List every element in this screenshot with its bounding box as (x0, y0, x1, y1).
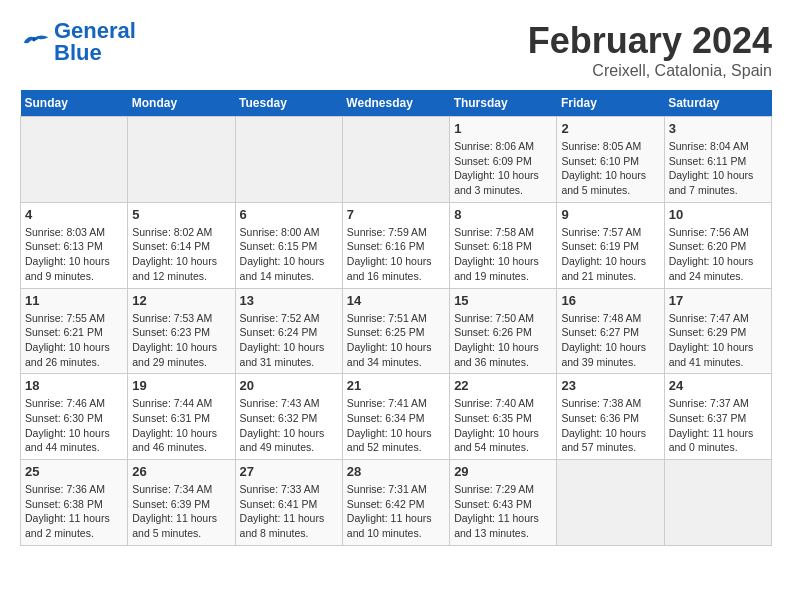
day-info: Sunrise: 8:05 AM Sunset: 6:10 PM Dayligh… (561, 139, 659, 198)
table-row: 20Sunrise: 7:43 AM Sunset: 6:32 PM Dayli… (235, 374, 342, 460)
col-friday: Friday (557, 90, 664, 117)
table-row: 6Sunrise: 8:00 AM Sunset: 6:15 PM Daylig… (235, 202, 342, 288)
page-header: General Blue February 2024 Creixell, Cat… (20, 20, 772, 80)
day-number: 26 (132, 464, 230, 479)
day-number: 1 (454, 121, 552, 136)
day-info: Sunrise: 8:04 AM Sunset: 6:11 PM Dayligh… (669, 139, 767, 198)
day-info: Sunrise: 7:57 AM Sunset: 6:19 PM Dayligh… (561, 225, 659, 284)
day-info: Sunrise: 7:52 AM Sunset: 6:24 PM Dayligh… (240, 311, 338, 370)
table-row (128, 117, 235, 203)
table-row: 16Sunrise: 7:48 AM Sunset: 6:27 PM Dayli… (557, 288, 664, 374)
day-info: Sunrise: 7:59 AM Sunset: 6:16 PM Dayligh… (347, 225, 445, 284)
day-number: 15 (454, 293, 552, 308)
calendar-table: Sunday Monday Tuesday Wednesday Thursday… (20, 90, 772, 546)
day-info: Sunrise: 8:00 AM Sunset: 6:15 PM Dayligh… (240, 225, 338, 284)
day-info: Sunrise: 7:53 AM Sunset: 6:23 PM Dayligh… (132, 311, 230, 370)
day-number: 23 (561, 378, 659, 393)
day-number: 6 (240, 207, 338, 222)
day-number: 18 (25, 378, 123, 393)
table-row: 11Sunrise: 7:55 AM Sunset: 6:21 PM Dayli… (21, 288, 128, 374)
day-info: Sunrise: 7:36 AM Sunset: 6:38 PM Dayligh… (25, 482, 123, 541)
table-row: 10Sunrise: 7:56 AM Sunset: 6:20 PM Dayli… (664, 202, 771, 288)
table-row: 21Sunrise: 7:41 AM Sunset: 6:34 PM Dayli… (342, 374, 449, 460)
day-number: 11 (25, 293, 123, 308)
location-title: Creixell, Catalonia, Spain (528, 62, 772, 80)
table-row: 27Sunrise: 7:33 AM Sunset: 6:41 PM Dayli… (235, 460, 342, 546)
table-row: 22Sunrise: 7:40 AM Sunset: 6:35 PM Dayli… (450, 374, 557, 460)
day-number: 16 (561, 293, 659, 308)
table-row: 2Sunrise: 8:05 AM Sunset: 6:10 PM Daylig… (557, 117, 664, 203)
table-row: 13Sunrise: 7:52 AM Sunset: 6:24 PM Dayli… (235, 288, 342, 374)
day-info: Sunrise: 7:41 AM Sunset: 6:34 PM Dayligh… (347, 396, 445, 455)
day-number: 8 (454, 207, 552, 222)
table-row: 28Sunrise: 7:31 AM Sunset: 6:42 PM Dayli… (342, 460, 449, 546)
day-info: Sunrise: 7:55 AM Sunset: 6:21 PM Dayligh… (25, 311, 123, 370)
table-row: 3Sunrise: 8:04 AM Sunset: 6:11 PM Daylig… (664, 117, 771, 203)
day-info: Sunrise: 7:51 AM Sunset: 6:25 PM Dayligh… (347, 311, 445, 370)
table-row (557, 460, 664, 546)
day-number: 10 (669, 207, 767, 222)
calendar-week-row: 18Sunrise: 7:46 AM Sunset: 6:30 PM Dayli… (21, 374, 772, 460)
day-info: Sunrise: 7:31 AM Sunset: 6:42 PM Dayligh… (347, 482, 445, 541)
table-row: 12Sunrise: 7:53 AM Sunset: 6:23 PM Dayli… (128, 288, 235, 374)
calendar-week-row: 4Sunrise: 8:03 AM Sunset: 6:13 PM Daylig… (21, 202, 772, 288)
day-info: Sunrise: 7:50 AM Sunset: 6:26 PM Dayligh… (454, 311, 552, 370)
day-number: 12 (132, 293, 230, 308)
day-info: Sunrise: 8:02 AM Sunset: 6:14 PM Dayligh… (132, 225, 230, 284)
col-monday: Monday (128, 90, 235, 117)
col-saturday: Saturday (664, 90, 771, 117)
calendar-week-row: 1Sunrise: 8:06 AM Sunset: 6:09 PM Daylig… (21, 117, 772, 203)
table-row: 14Sunrise: 7:51 AM Sunset: 6:25 PM Dayli… (342, 288, 449, 374)
table-row: 17Sunrise: 7:47 AM Sunset: 6:29 PM Dayli… (664, 288, 771, 374)
day-number: 9 (561, 207, 659, 222)
day-number: 17 (669, 293, 767, 308)
table-row: 15Sunrise: 7:50 AM Sunset: 6:26 PM Dayli… (450, 288, 557, 374)
day-info: Sunrise: 7:43 AM Sunset: 6:32 PM Dayligh… (240, 396, 338, 455)
table-row: 8Sunrise: 7:58 AM Sunset: 6:18 PM Daylig… (450, 202, 557, 288)
day-info: Sunrise: 7:56 AM Sunset: 6:20 PM Dayligh… (669, 225, 767, 284)
table-row: 5Sunrise: 8:02 AM Sunset: 6:14 PM Daylig… (128, 202, 235, 288)
table-row (664, 460, 771, 546)
day-info: Sunrise: 8:03 AM Sunset: 6:13 PM Dayligh… (25, 225, 123, 284)
table-row: 25Sunrise: 7:36 AM Sunset: 6:38 PM Dayli… (21, 460, 128, 546)
day-info: Sunrise: 7:58 AM Sunset: 6:18 PM Dayligh… (454, 225, 552, 284)
day-info: Sunrise: 7:33 AM Sunset: 6:41 PM Dayligh… (240, 482, 338, 541)
day-number: 29 (454, 464, 552, 479)
table-row: 1Sunrise: 8:06 AM Sunset: 6:09 PM Daylig… (450, 117, 557, 203)
col-sunday: Sunday (21, 90, 128, 117)
day-info: Sunrise: 7:44 AM Sunset: 6:31 PM Dayligh… (132, 396, 230, 455)
day-number: 28 (347, 464, 445, 479)
table-row: 4Sunrise: 8:03 AM Sunset: 6:13 PM Daylig… (21, 202, 128, 288)
day-number: 19 (132, 378, 230, 393)
table-row: 7Sunrise: 7:59 AM Sunset: 6:16 PM Daylig… (342, 202, 449, 288)
day-number: 4 (25, 207, 123, 222)
logo: General Blue (20, 20, 136, 64)
col-wednesday: Wednesday (342, 90, 449, 117)
day-info: Sunrise: 7:46 AM Sunset: 6:30 PM Dayligh… (25, 396, 123, 455)
day-number: 24 (669, 378, 767, 393)
day-number: 7 (347, 207, 445, 222)
logo-blue: Blue (54, 40, 102, 65)
day-number: 2 (561, 121, 659, 136)
logo-text: General Blue (54, 20, 136, 64)
day-number: 14 (347, 293, 445, 308)
calendar-week-row: 11Sunrise: 7:55 AM Sunset: 6:21 PM Dayli… (21, 288, 772, 374)
day-number: 21 (347, 378, 445, 393)
logo-bird-icon (20, 30, 50, 55)
month-title: February 2024 (528, 20, 772, 62)
day-number: 27 (240, 464, 338, 479)
day-info: Sunrise: 7:37 AM Sunset: 6:37 PM Dayligh… (669, 396, 767, 455)
table-row (21, 117, 128, 203)
table-row: 29Sunrise: 7:29 AM Sunset: 6:43 PM Dayli… (450, 460, 557, 546)
day-number: 5 (132, 207, 230, 222)
table-row: 9Sunrise: 7:57 AM Sunset: 6:19 PM Daylig… (557, 202, 664, 288)
table-row: 24Sunrise: 7:37 AM Sunset: 6:37 PM Dayli… (664, 374, 771, 460)
day-info: Sunrise: 7:38 AM Sunset: 6:36 PM Dayligh… (561, 396, 659, 455)
title-block: February 2024 Creixell, Catalonia, Spain (528, 20, 772, 80)
calendar-header-row: Sunday Monday Tuesday Wednesday Thursday… (21, 90, 772, 117)
day-number: 20 (240, 378, 338, 393)
calendar-week-row: 25Sunrise: 7:36 AM Sunset: 6:38 PM Dayli… (21, 460, 772, 546)
day-info: Sunrise: 7:48 AM Sunset: 6:27 PM Dayligh… (561, 311, 659, 370)
day-info: Sunrise: 7:34 AM Sunset: 6:39 PM Dayligh… (132, 482, 230, 541)
table-row: 26Sunrise: 7:34 AM Sunset: 6:39 PM Dayli… (128, 460, 235, 546)
